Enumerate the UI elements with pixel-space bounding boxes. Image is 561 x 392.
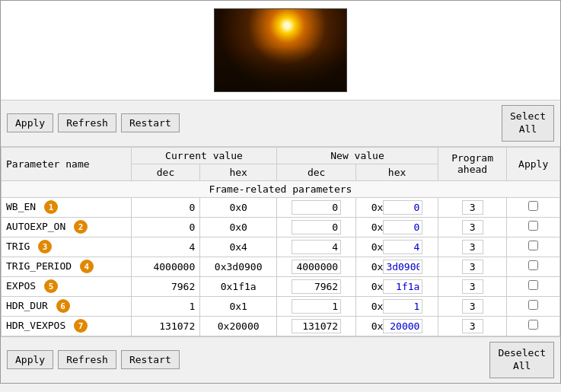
param-badge: 5 bbox=[44, 279, 58, 293]
param-badge: 3 bbox=[38, 240, 52, 253]
new-dec-input[interactable] bbox=[292, 299, 341, 314]
param-name-cell: TRIG 3 bbox=[2, 237, 132, 257]
new-hex-input[interactable] bbox=[383, 299, 422, 314]
new-dec-cell[interactable] bbox=[277, 276, 356, 296]
table-row: EXPOS 579620x1f1a0x bbox=[2, 276, 560, 296]
new-hex-cell[interactable]: 0x bbox=[356, 296, 438, 316]
restart-button-bottom[interactable]: Restart bbox=[121, 350, 180, 369]
new-hex-input[interactable] bbox=[383, 319, 422, 333]
current-dec-cell: 4000000 bbox=[131, 257, 199, 276]
current-hex-cell: 0x4 bbox=[200, 237, 277, 257]
apply-checkbox-cell[interactable] bbox=[507, 237, 560, 257]
select-all-button-top[interactable]: Select All bbox=[502, 105, 554, 142]
apply-checkbox-cell[interactable] bbox=[507, 276, 560, 296]
apply-button-bottom[interactable]: Apply bbox=[7, 350, 53, 369]
new-hex-input[interactable] bbox=[383, 220, 422, 234]
table-row: HDR_DUR 610x10x bbox=[2, 296, 560, 316]
new-hex-cell[interactable]: 0x bbox=[356, 237, 438, 257]
col-new-value-header: New value bbox=[277, 147, 438, 164]
new-dec-cell[interactable] bbox=[277, 197, 356, 217]
apply-checkbox[interactable] bbox=[528, 201, 538, 211]
section-header-label: Frame-related parameters bbox=[2, 180, 560, 197]
new-dec-cell[interactable] bbox=[277, 316, 356, 336]
program-ahead-input[interactable] bbox=[462, 240, 483, 254]
select-all-container-top: Select All bbox=[502, 105, 554, 142]
col-new-hex-header: hex bbox=[356, 164, 438, 180]
col-current-value-header: Current value bbox=[131, 147, 276, 164]
program-ahead-cell[interactable] bbox=[438, 237, 506, 257]
param-badge: 4 bbox=[80, 260, 94, 273]
table-row: WB_EN 100x00x bbox=[2, 197, 560, 217]
program-ahead-cell[interactable] bbox=[438, 217, 506, 237]
apply-checkbox[interactable] bbox=[528, 241, 538, 250]
apply-button-top[interactable]: Apply bbox=[7, 113, 53, 132]
hex-prefix: 0x bbox=[371, 241, 384, 253]
col-program-ahead-header: Program ahead bbox=[438, 147, 506, 180]
apply-checkbox-cell[interactable] bbox=[507, 257, 560, 276]
new-hex-input[interactable] bbox=[383, 200, 422, 215]
refresh-button-bottom[interactable]: Refresh bbox=[58, 350, 116, 369]
new-hex-cell[interactable]: 0x bbox=[356, 257, 438, 276]
apply-checkbox-cell[interactable] bbox=[507, 316, 560, 336]
new-dec-input[interactable] bbox=[292, 319, 341, 333]
apply-checkbox-cell[interactable] bbox=[507, 197, 560, 217]
param-badge: 6 bbox=[56, 299, 70, 313]
current-dec-cell: 131072 bbox=[131, 316, 199, 336]
param-name-cell: EXPOS 5 bbox=[2, 276, 132, 296]
program-ahead-input[interactable] bbox=[462, 200, 483, 215]
program-ahead-cell[interactable] bbox=[438, 316, 506, 336]
hex-prefix: 0x bbox=[371, 281, 384, 292]
program-ahead-cell[interactable] bbox=[438, 197, 506, 217]
new-dec-input[interactable] bbox=[292, 200, 341, 215]
table-row: TRIG_PERIOD 440000000x3d09000x bbox=[2, 257, 560, 276]
program-ahead-cell[interactable] bbox=[438, 276, 506, 296]
restart-button-top[interactable]: Restart bbox=[121, 113, 180, 132]
new-dec-input[interactable] bbox=[292, 260, 341, 274]
col-param-name-header: Parameter name bbox=[2, 147, 132, 180]
param-name-cell: WB_EN 1 bbox=[2, 197, 132, 217]
current-hex-cell: 0x0 bbox=[200, 197, 277, 217]
new-dec-cell[interactable] bbox=[277, 296, 356, 316]
new-dec-input[interactable] bbox=[292, 220, 341, 234]
new-hex-cell[interactable]: 0x bbox=[356, 197, 438, 217]
program-ahead-input[interactable] bbox=[462, 299, 483, 314]
table-row: TRIG 340x40x bbox=[2, 237, 560, 257]
section-header-row: Frame-related parameters bbox=[2, 180, 560, 197]
param-name-cell: TRIG_PERIOD 4 bbox=[2, 257, 132, 276]
parameters-table: Parameter name Current value New value P… bbox=[1, 147, 560, 336]
new-dec-input[interactable] bbox=[292, 240, 341, 254]
program-ahead-input[interactable] bbox=[462, 279, 483, 294]
apply-checkbox-cell[interactable] bbox=[507, 217, 560, 237]
program-ahead-input[interactable] bbox=[462, 220, 483, 234]
apply-checkbox-cell[interactable] bbox=[507, 296, 560, 316]
header-row-main: Parameter name Current value New value P… bbox=[2, 147, 560, 164]
param-name-cell: HDR_DUR 6 bbox=[2, 296, 132, 316]
col-new-dec-header: dec bbox=[277, 164, 356, 180]
new-hex-cell[interactable]: 0x bbox=[356, 276, 438, 296]
table-row: AUTOEXP_ON 200x00x bbox=[2, 217, 560, 237]
camera-overlay bbox=[215, 46, 346, 91]
new-dec-cell[interactable] bbox=[277, 217, 356, 237]
new-hex-cell[interactable]: 0x bbox=[356, 217, 438, 237]
program-ahead-cell[interactable] bbox=[438, 257, 506, 276]
new-hex-input[interactable] bbox=[383, 279, 422, 294]
deselect-all-button[interactable]: Deselect All bbox=[489, 342, 554, 378]
apply-checkbox[interactable] bbox=[528, 260, 538, 270]
new-dec-cell[interactable] bbox=[277, 237, 356, 257]
new-hex-input[interactable] bbox=[383, 260, 422, 274]
apply-checkbox[interactable] bbox=[528, 221, 538, 231]
current-dec-cell: 7962 bbox=[131, 276, 199, 296]
hex-prefix: 0x bbox=[371, 221, 384, 233]
apply-checkbox[interactable] bbox=[528, 320, 538, 330]
new-hex-input[interactable] bbox=[383, 240, 422, 254]
program-ahead-input[interactable] bbox=[462, 260, 483, 274]
program-ahead-input[interactable] bbox=[462, 319, 483, 333]
new-dec-input[interactable] bbox=[292, 279, 341, 294]
program-ahead-cell[interactable] bbox=[438, 296, 506, 316]
apply-checkbox[interactable] bbox=[528, 300, 538, 310]
new-hex-cell[interactable]: 0x bbox=[356, 316, 438, 336]
apply-checkbox[interactable] bbox=[528, 280, 538, 290]
new-dec-cell[interactable] bbox=[277, 257, 356, 276]
refresh-button-top[interactable]: Refresh bbox=[58, 113, 116, 132]
col-cur-dec-header: dec bbox=[131, 164, 199, 180]
